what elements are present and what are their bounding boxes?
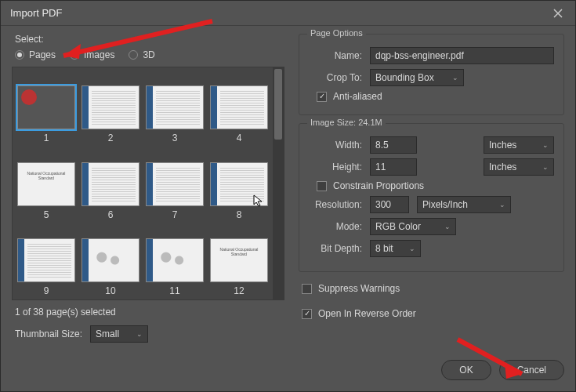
page-thumb-1[interactable]: [17, 85, 75, 129]
radio-3d-label: 3D: [143, 49, 154, 60]
mode-select[interactable]: RGB Color⌄: [370, 218, 456, 235]
page-thumb-2[interactable]: [82, 85, 139, 129]
right-panel: Page Options Name: Crop To: Bounding Box…: [299, 34, 564, 380]
page-thumb-6[interactable]: [82, 162, 139, 206]
import-pdf-dialog: Import PDF Select: Pages Images 3D 1 2 3: [0, 0, 576, 392]
height-label: Height:: [309, 162, 362, 172]
check-icon: [317, 181, 327, 191]
select-label: Select:: [15, 34, 284, 45]
page-options-group: Page Options Name: Crop To: Bounding Box…: [299, 34, 564, 115]
name-label: Name:: [309, 50, 362, 61]
image-size-legend: Image Size: 24.1M: [307, 118, 386, 127]
resolution-input[interactable]: [370, 196, 409, 213]
page-thumb-10[interactable]: [82, 238, 139, 282]
thumbnail-grid: 1 2 3 4 5 6 7 8 9 10 11 12: [12, 67, 284, 300]
ok-button[interactable]: OK: [441, 360, 491, 380]
page-thumb-12[interactable]: [210, 238, 268, 282]
radio-pages-label: Pages: [29, 49, 56, 60]
width-input[interactable]: [370, 136, 417, 154]
page-thumb-3[interactable]: [146, 85, 204, 129]
close-button[interactable]: [550, 5, 566, 21]
height-unit-select[interactable]: Inches⌄: [484, 158, 554, 176]
crop-select[interactable]: Bounding Box⌄: [370, 69, 464, 86]
dialog-buttons: OK Cancel: [299, 347, 564, 380]
check-icon: [302, 309, 312, 319]
width-unit-select[interactable]: Inches⌄: [484, 136, 554, 154]
page-thumb-11[interactable]: [146, 238, 204, 282]
width-label: Width:: [309, 140, 362, 151]
thumb-size-label: Thumbnail Size:: [15, 328, 82, 339]
height-input[interactable]: [370, 158, 417, 176]
radio-3d[interactable]: 3D: [129, 49, 154, 60]
constrain-checkbox[interactable]: Constrain Proportions: [317, 180, 554, 191]
cancel-button[interactable]: Cancel: [499, 360, 564, 380]
crop-label: Crop To:: [309, 72, 362, 83]
select-radio-group: Pages Images 3D: [15, 49, 284, 60]
cursor-icon: [252, 194, 265, 208]
check-icon: [317, 92, 327, 102]
page-thumb-7[interactable]: [146, 162, 204, 206]
titlebar: Import PDF: [1, 1, 575, 26]
page-thumb-9[interactable]: [17, 238, 75, 282]
reverse-order-checkbox[interactable]: Open In Reverse Order: [302, 308, 564, 319]
page-thumb-4[interactable]: [210, 85, 268, 129]
page-options-legend: Page Options: [307, 28, 366, 38]
radio-pages[interactable]: Pages: [15, 49, 56, 60]
page-thumb-5[interactable]: [17, 162, 75, 206]
dialog-title: Import PDF: [10, 7, 62, 19]
resolution-unit-select[interactable]: Pixels/Inch⌄: [417, 196, 511, 213]
bitdepth-select[interactable]: 8 bit⌄: [370, 240, 421, 257]
image-size-group: Image Size: 24.1M Width: Inches⌄ Height:…: [299, 123, 564, 272]
check-icon: [302, 284, 312, 294]
left-panel: Select: Pages Images 3D 1 2 3 4 5 6 7 8: [12, 34, 284, 380]
name-input[interactable]: [370, 47, 554, 64]
bitdepth-label: Bit Depth:: [309, 243, 362, 254]
radio-images-label: Images: [84, 49, 114, 60]
thumb-scrollbar[interactable]: [273, 67, 284, 299]
mode-label: Mode:: [309, 221, 362, 232]
selection-status: 1 of 38 page(s) selected: [15, 307, 284, 318]
anti-aliased-checkbox[interactable]: Anti-aliased: [317, 91, 554, 102]
resolution-label: Resolution:: [301, 199, 362, 210]
radio-images[interactable]: Images: [70, 49, 114, 60]
thumb-size-select[interactable]: Small⌄: [90, 325, 148, 343]
suppress-warnings-checkbox[interactable]: Suppress Warnings: [302, 283, 564, 294]
